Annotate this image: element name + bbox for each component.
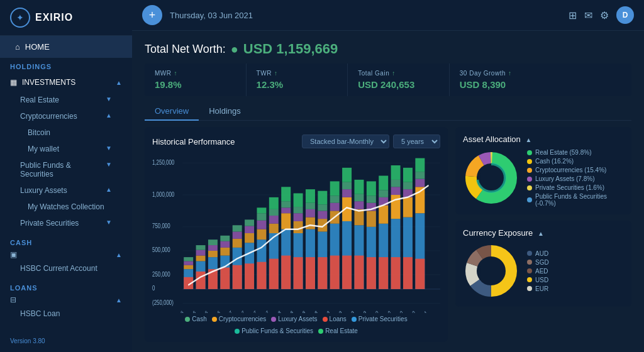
loans-icon-row[interactable]: ⊟ ▲	[0, 294, 132, 305]
svg-rect-125	[415, 179, 425, 187]
svg-text:250,000: 250,000	[152, 270, 170, 278]
svg-rect-96	[354, 194, 364, 201]
svg-rect-52	[269, 224, 279, 233]
public-funds-label: Public Funds & Securities	[20, 161, 106, 179]
net-worth-value: USD 1,159,669	[243, 41, 338, 57]
svg-rect-22	[196, 250, 206, 256]
asset-allocation-legend: Real Estate (59.8%) Cash (16.2%) Cryptoc…	[527, 149, 624, 207]
legend-dot-loans	[323, 317, 328, 322]
sidebar-item-private-securities[interactable]: Private Securities ▼	[0, 215, 132, 231]
svg-rect-103	[367, 181, 376, 195]
user-avatar[interactable]: D	[616, 6, 634, 24]
sidebar-item-real-estate[interactable]: Real Estate ▼	[0, 92, 132, 108]
legend-cash: Cash	[185, 316, 206, 322]
svg-text:31 Jul 16: 31 Jul 16	[194, 309, 209, 313]
sidebar-item-cryptocurrencies[interactable]: Cryptocurrencies ▲	[0, 108, 132, 124]
svg-rect-59	[281, 207, 291, 213]
legend-crypto-item: Cryptocurrencies (15.4%)	[527, 167, 624, 173]
legend-real-estate: Real Estate	[318, 327, 358, 334]
chevron-down-icon: ▼	[106, 145, 112, 153]
svg-rect-127	[415, 158, 425, 172]
svg-text:31 Jan 20: 31 Jan 20	[364, 309, 379, 313]
svg-rect-83	[330, 203, 340, 211]
sidebar-item-home[interactable]: ⌂ HOME	[0, 36, 132, 58]
legend-luxury-item: Luxury Assets (7.8%)	[527, 175, 624, 182]
svg-text:500,000: 500,000	[152, 246, 170, 254]
svg-rect-43	[245, 219, 254, 226]
charts-row: Historical Performance Stacked bar-Month…	[145, 127, 631, 342]
tabs-row: Overview Holdings	[145, 102, 631, 121]
gain-arrow: ↑	[392, 70, 396, 77]
chart-title: Historical Performance	[152, 137, 235, 146]
stat-total-gain: Total Gain ↑ USD 240,653	[348, 63, 450, 96]
svg-rect-46	[257, 229, 266, 240]
svg-rect-40	[245, 263, 254, 289]
reports-icon[interactable]: ⊞	[569, 9, 577, 21]
holdings-section: HOLDINGS	[0, 58, 132, 73]
tab-overview[interactable]: Overview	[145, 102, 199, 121]
app-name: EXIRIO	[35, 12, 73, 23]
crypto-label: Cryptocurrencies	[20, 112, 77, 121]
sidebar-item-luxury-assets[interactable]: Luxury Assets ▲	[0, 182, 132, 199]
svg-rect-27	[208, 245, 218, 251]
svg-rect-30	[220, 268, 230, 289]
sidebar-item-hsbc-current[interactable]: HSBC Current Account	[0, 260, 132, 277]
currency-legend: AUD SGD AED	[527, 250, 624, 292]
svg-rect-66	[294, 207, 303, 213]
sidebar-item-public-funds[interactable]: Public Funds & Securities ▼	[0, 157, 132, 182]
chart-period-select[interactable]: 5 years 1 year 3 years	[393, 135, 440, 148]
svg-text:30 Apr 17: 30 Apr 17	[230, 309, 245, 313]
svg-text:31 Jan 17: 31 Jan 17	[218, 309, 233, 313]
svg-rect-35	[233, 265, 242, 289]
hsbc-current-label: HSBC Current Account	[20, 264, 97, 273]
legend-private-item: Private Securities (1.6%)	[527, 184, 624, 191]
legend-dot-real-estate	[318, 329, 323, 334]
chevron-down-icon: ▼	[106, 219, 112, 228]
mail-icon[interactable]: ✉	[584, 9, 592, 21]
legend-public-item: Public Funds & Securities (-0.7%)	[527, 193, 624, 207]
svg-rect-95	[354, 201, 364, 209]
asset-allocation-title: Asset Allocation ▲	[463, 135, 624, 144]
svg-rect-21	[196, 256, 206, 261]
sidebar-item-my-wallet[interactable]: My wallet ▼	[0, 141, 132, 157]
svg-text:31 Oct 19: 31 Oct 19	[352, 309, 367, 313]
svg-rect-111	[391, 257, 401, 289]
svg-text:31 Jul 20: 31 Jul 20	[389, 309, 404, 313]
chart-header: Historical Performance Stacked bar-Month…	[152, 135, 440, 148]
tab-holdings[interactable]: Holdings	[199, 102, 251, 121]
svg-rect-47	[257, 221, 266, 229]
topbar-date: Thursday, 03 Jun 2021	[170, 11, 253, 20]
add-button[interactable]: +	[142, 5, 162, 25]
sidebar-item-bitcoin[interactable]: Bitcoin	[0, 124, 132, 141]
investments-icon: ▦	[10, 78, 17, 87]
svg-rect-37	[233, 231, 242, 238]
svg-rect-65	[294, 213, 303, 221]
sidebar-item-investments[interactable]: ▦ INVESTMENTS ▲	[0, 73, 132, 92]
svg-rect-93	[354, 256, 364, 289]
legend-dot-private-sec	[352, 317, 357, 322]
asset-donut-svg	[463, 150, 519, 206]
chart-controls: Stacked bar-Monthly Line-Monthly 5 years…	[302, 135, 440, 148]
sidebar-item-watches[interactable]: My Watches Collection	[0, 199, 132, 215]
legend-dot-cash	[185, 317, 190, 322]
legend-dot-crypto	[212, 317, 217, 322]
logo-icon: ✦	[10, 8, 30, 28]
svg-rect-32	[220, 241, 230, 248]
svg-text:31 Oct 16: 31 Oct 16	[206, 309, 221, 313]
svg-rect-85	[330, 181, 340, 195]
svg-rect-18	[184, 257, 193, 261]
chart-view-select[interactable]: Stacked bar-Monthly Line-Monthly	[302, 135, 389, 148]
svg-text:(250,000): (250,000)	[152, 299, 174, 307]
svg-text:31 Jul 19: 31 Jul 19	[341, 309, 355, 313]
svg-rect-100	[367, 211, 376, 226]
svg-rect-38	[233, 225, 242, 231]
svg-rect-102	[367, 195, 376, 202]
settings-icon[interactable]: ⚙	[600, 9, 609, 21]
cash-icon-row[interactable]: ▣ ▲	[0, 249, 132, 260]
asset-allocation-arrow: ▲	[525, 136, 531, 143]
sidebar-item-hsbc-loan[interactable]: HSBC Loan	[0, 305, 132, 322]
svg-rect-58	[281, 213, 291, 229]
currency-donut-svg	[463, 243, 519, 299]
version-text: Version 3.80	[0, 330, 132, 352]
svg-rect-49	[257, 207, 266, 213]
